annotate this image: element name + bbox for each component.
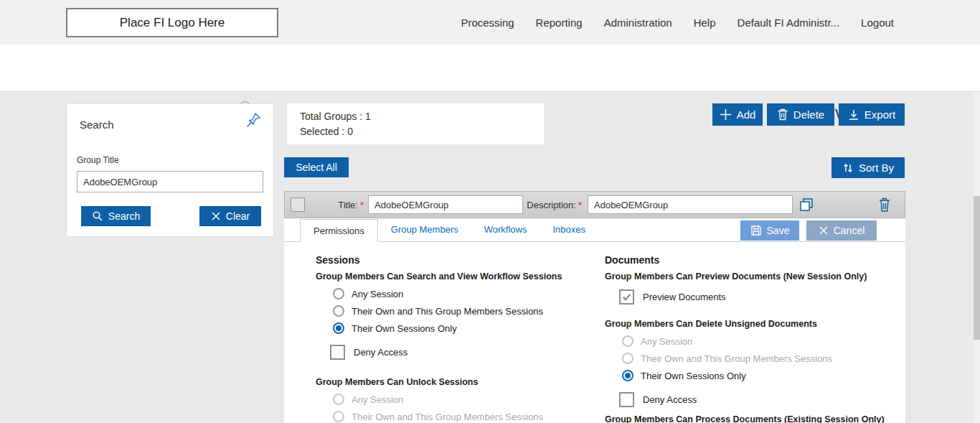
sort-by-label: Sort By <box>859 162 894 174</box>
tab-permissions[interactable]: Permissions <box>300 219 378 242</box>
radio-option-label: Their Own Sessions Only <box>641 371 746 381</box>
radio-option-label: Their Own and This Group Members Session… <box>641 353 832 364</box>
radio-icon-disabled <box>333 394 344 405</box>
radio-icon-disabled <box>333 411 344 422</box>
radio-option-label: Any Session <box>352 394 403 405</box>
top-bar: Place FI Logo Here Processing Reporting … <box>0 0 980 45</box>
checkbox-icon[interactable] <box>619 392 634 407</box>
scrollbar-track[interactable] <box>974 92 980 423</box>
radio-option-label: Any Session <box>641 336 692 347</box>
delete-button-label: Delete <box>793 108 824 121</box>
group-card: Title: * Description: * Permissions Grou… <box>284 191 905 423</box>
radio-icon[interactable] <box>333 288 344 299</box>
permission-group-label: Group Members Can Unlock Sessions <box>316 377 597 387</box>
delete-button[interactable]: Delete <box>767 103 834 126</box>
group-title-label: Group Title <box>77 155 119 165</box>
tab-group-members[interactable]: Group Members <box>378 218 471 241</box>
nav-help[interactable]: Help <box>694 17 716 29</box>
sort-by-button[interactable]: Sort By <box>831 157 905 178</box>
export-button[interactable]: Export <box>839 103 905 126</box>
deny-access-row[interactable]: Deny Access <box>330 343 597 361</box>
groups-summary: Total Groups : 1 Selected : 0 <box>287 103 544 144</box>
tab-workflows[interactable]: Workflows <box>471 218 540 241</box>
radio-option-own-and-group-disabled: Their Own and This Group Members Session… <box>333 408 597 423</box>
radio-option-any-session[interactable]: Any Session <box>333 285 597 302</box>
radio-icon-selected[interactable] <box>622 370 633 381</box>
nav-logout[interactable]: Logout <box>861 17 894 29</box>
close-icon <box>211 211 221 221</box>
radio-option-own-only[interactable]: Their Own Sessions Only <box>622 367 899 384</box>
download-icon <box>848 109 859 121</box>
nav-reporting[interactable]: Reporting <box>536 17 583 29</box>
plus-icon <box>720 108 732 121</box>
preview-documents-row[interactable]: Preview Documents <box>619 287 899 306</box>
pin-icon[interactable] <box>245 111 262 129</box>
description-input[interactable] <box>588 195 793 214</box>
permission-group-label: Group Members Can Delete Unsigned Docume… <box>605 319 899 329</box>
total-groups-count: Total Groups : 1 <box>300 111 531 122</box>
cancel-button[interactable]: Cancel <box>806 220 877 241</box>
group-row: Title: * Description: * <box>284 191 905 218</box>
select-all-button[interactable]: Select All <box>284 157 349 177</box>
description-label-text: Description: <box>527 200 576 210</box>
search-button-label: Search <box>108 210 140 222</box>
radio-option-own-and-group-disabled: Their Own and This Group Members Session… <box>622 350 899 367</box>
top-navigation: Processing Reporting Administration Help… <box>461 0 894 45</box>
row-checkbox[interactable] <box>291 197 305 212</box>
radio-icon-disabled <box>622 353 633 364</box>
search-panel: Search Group Title Search Clear <box>66 103 274 237</box>
title-label-text: Title: <box>338 200 358 210</box>
trash-icon <box>777 108 788 121</box>
save-button[interactable]: Save <box>740 220 799 241</box>
page-header: Group Maintenance Kinective Sign <box>0 45 980 92</box>
group-title-input[interactable] <box>77 171 263 192</box>
deny-access-label: Deny Access <box>643 394 697 405</box>
radio-icon-disabled <box>622 335 633 347</box>
tab-inboxes[interactable]: Inboxes <box>540 218 598 241</box>
sort-icon <box>842 162 854 174</box>
radio-icon-selected[interactable] <box>333 322 344 334</box>
permission-group-label: Group Members Can Process Documents (Exi… <box>605 414 899 423</box>
radio-option-own-only[interactable]: Their Own Sessions Only <box>333 320 597 337</box>
checkbox-icon[interactable] <box>330 345 345 360</box>
select-all-label: Select All <box>296 162 337 173</box>
fi-logo-placeholder: Place FI Logo Here <box>66 8 278 37</box>
radio-icon[interactable] <box>333 305 344 317</box>
sessions-heading: Sessions <box>316 254 597 266</box>
required-marker: * <box>360 200 364 210</box>
clear-button-label: Clear <box>226 210 250 222</box>
deny-access-label: Deny Access <box>354 347 407 358</box>
permission-group-label: Group Members Can Search and View Workfl… <box>316 271 597 282</box>
required-marker: * <box>578 200 582 210</box>
selected-count: Selected : 0 <box>300 126 531 137</box>
permission-group-label: Group Members Can Preview Documents (New… <box>605 271 899 282</box>
checkbox-icon-checked[interactable] <box>619 289 634 305</box>
nav-user-menu[interactable]: Default FI Administr... <box>738 17 840 29</box>
radio-option-own-and-group[interactable]: Their Own and This Group Members Session… <box>333 302 597 320</box>
radio-option-any-session-disabled: Any Session <box>622 333 899 350</box>
permissions-panel: Sessions Group Members Can Search and Vi… <box>284 242 905 423</box>
add-button[interactable]: Add <box>712 103 763 126</box>
cancel-button-label: Cancel <box>834 225 865 236</box>
copy-icon[interactable] <box>798 197 815 213</box>
deny-access-row[interactable]: Deny Access <box>619 390 899 409</box>
add-button-label: Add <box>737 108 756 121</box>
close-icon <box>819 226 829 236</box>
description-label: Description: * <box>526 192 582 218</box>
radio-option-label: Their Own and This Group Members Session… <box>352 306 543 317</box>
scrollbar-thumb[interactable] <box>974 196 980 340</box>
sessions-column: Sessions Group Members Can Search and Vi… <box>316 242 597 423</box>
title-input[interactable] <box>368 195 523 214</box>
preview-documents-label: Preview Documents <box>643 292 726 302</box>
search-button[interactable]: Search <box>81 206 151 226</box>
radio-option-any-session-disabled: Any Session <box>333 391 597 408</box>
documents-column: Documents Group Members Can Preview Docu… <box>605 242 899 423</box>
radio-option-label: Any Session <box>352 289 403 299</box>
nav-processing[interactable]: Processing <box>461 17 514 29</box>
export-button-label: Export <box>864 108 895 121</box>
nav-administration[interactable]: Administration <box>604 17 672 29</box>
radio-option-label: Their Own Sessions Only <box>352 323 457 334</box>
clear-button[interactable]: Clear <box>199 206 261 226</box>
radio-option-label: Their Own and This Group Members Session… <box>352 412 543 422</box>
row-trash-icon[interactable] <box>877 197 892 213</box>
